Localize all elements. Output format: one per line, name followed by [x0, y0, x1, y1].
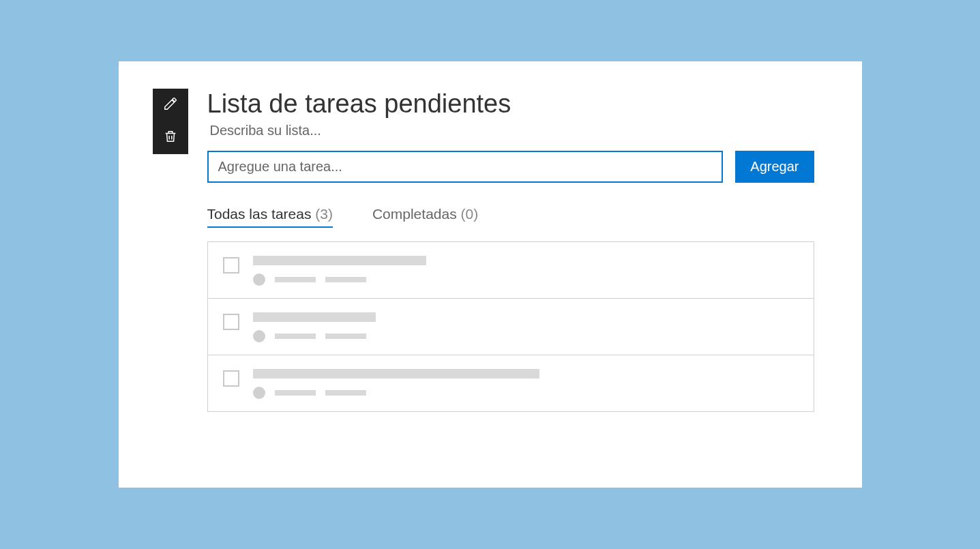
task-meta — [253, 273, 799, 286]
task-title-placeholder — [253, 369, 539, 379]
meta-placeholder — [325, 333, 366, 339]
edit-button[interactable] — [153, 89, 188, 121]
task-body — [253, 312, 799, 342]
avatar-placeholder — [253, 273, 265, 286]
list-description[interactable]: Describa su lista... — [207, 123, 814, 138]
trash-icon — [163, 129, 178, 147]
pencil-icon — [163, 96, 178, 114]
task-checkbox[interactable] — [223, 314, 239, 330]
task-body — [253, 369, 799, 399]
meta-placeholder — [275, 277, 316, 282]
icon-toolbar — [153, 89, 188, 154]
task-meta — [253, 387, 799, 399]
tab-completed[interactable]: Completadas (0) — [372, 206, 478, 228]
meta-placeholder — [325, 390, 366, 396]
avatar-placeholder — [253, 387, 265, 399]
add-task-row: Agregar — [207, 151, 814, 183]
task-row[interactable] — [208, 355, 814, 411]
task-input[interactable] — [207, 151, 724, 183]
tab-label: Todas las tareas — [207, 206, 312, 222]
avatar-placeholder — [253, 330, 265, 342]
task-row[interactable] — [208, 242, 814, 299]
task-checkbox[interactable] — [223, 257, 239, 273]
add-button[interactable]: Agregar — [735, 151, 814, 183]
task-checkbox[interactable] — [223, 370, 239, 387]
tab-count: (3) — [315, 206, 333, 222]
meta-placeholder — [275, 390, 316, 396]
task-title-placeholder — [253, 312, 376, 322]
tab-all-tasks[interactable]: Todas las tareas (3) — [207, 206, 333, 228]
task-body — [253, 256, 799, 286]
todo-card: Lista de tareas pendientes Describa su l… — [119, 61, 862, 488]
meta-placeholder — [275, 333, 316, 339]
page-title: Lista de tareas pendientes — [207, 89, 814, 120]
task-list — [207, 241, 814, 412]
main-column: Lista de tareas pendientes Describa su l… — [207, 89, 814, 412]
tabs: Todas las tareas (3) Completadas (0) — [207, 206, 814, 228]
header-row: Lista de tareas pendientes Describa su l… — [153, 89, 814, 412]
tab-count: (0) — [461, 206, 479, 222]
task-title-placeholder — [253, 256, 426, 265]
task-meta — [253, 330, 799, 342]
delete-button[interactable] — [153, 121, 188, 154]
task-row[interactable] — [208, 299, 814, 355]
tab-label: Completadas — [372, 206, 457, 222]
meta-placeholder — [325, 277, 366, 282]
